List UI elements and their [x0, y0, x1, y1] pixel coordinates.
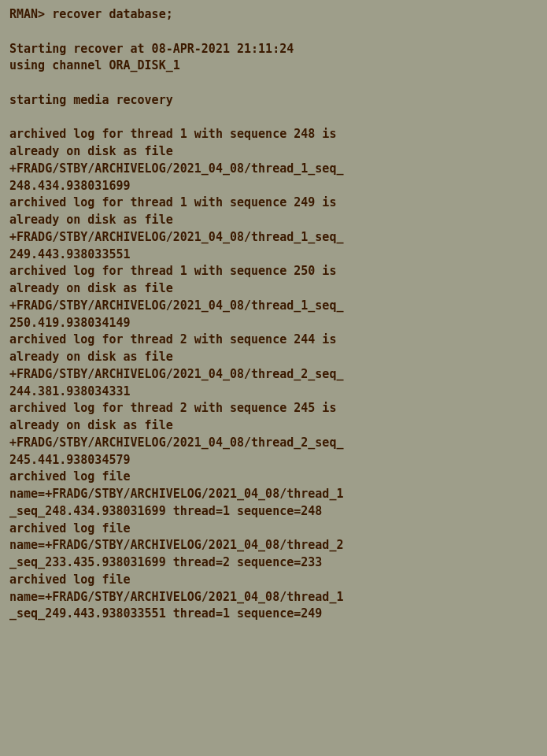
- terminal-window: RMAN> recover database; Starting recover…: [0, 0, 547, 756]
- terminal-output: RMAN> recover database; Starting recover…: [9, 6, 538, 623]
